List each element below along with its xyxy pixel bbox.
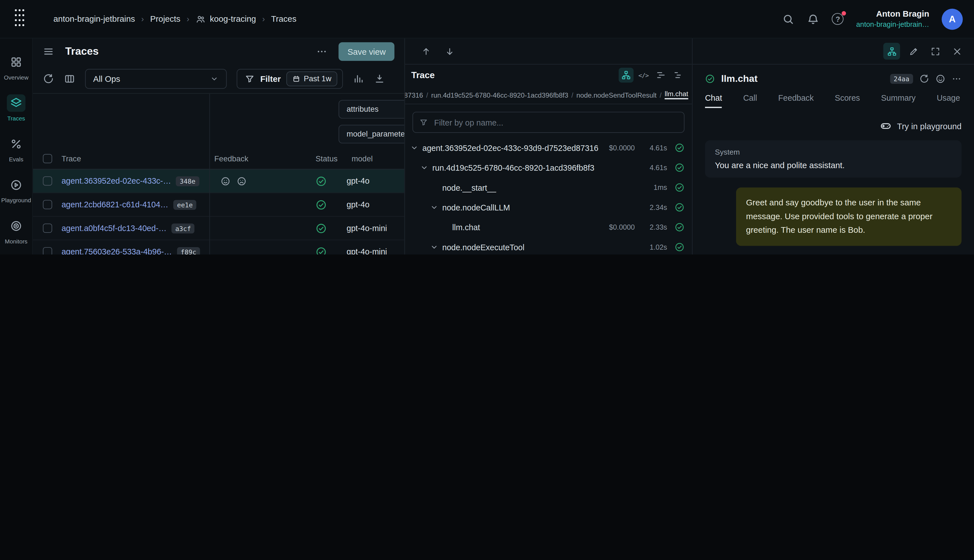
pencil-icon [909,46,918,56]
row-checkbox[interactable] [43,223,52,233]
sidebar-item-playground[interactable]: Playground [0,176,32,217]
close-panel-button[interactable] [949,43,965,60]
user-name: Anton Bragin [856,9,929,20]
side-panel-button[interactable] [883,43,900,60]
ops-filter-select[interactable]: All Ops [85,69,227,88]
next-span-button[interactable] [445,46,455,56]
sidebar-item-label: Playground [1,197,31,204]
prev-span-button[interactable] [421,46,431,56]
row-checkbox[interactable] [43,176,52,186]
span-tree: agent.363952ed-02ec-433c-93d9-d7523ed873… [405,138,692,255]
tab-chat[interactable]: Chat [705,93,722,108]
span-row[interactable]: node.nodeCallLLM 2.34s [405,197,692,217]
column-header-status[interactable]: Status [310,154,347,163]
more-options-button[interactable] [316,46,328,57]
search-button[interactable] [782,13,795,25]
chevron-down-icon[interactable] [420,163,429,172]
row-checkbox[interactable] [43,200,52,209]
app-logo[interactable] [11,7,30,31]
path-segment[interactable]: agent.363952ed-02ec-433c-93d9-d7523ed873… [405,91,423,98]
column-header-trace[interactable]: Trace [57,154,209,163]
breadcrumb-project[interactable]: koog-tracing [195,14,256,24]
path-separator: / [660,91,662,98]
chevron-down-icon[interactable] [410,143,419,152]
trace-link[interactable]: agent.363952ed-02ec-433c-… [62,176,171,186]
row-checkbox[interactable] [43,247,52,255]
table-row[interactable]: agent.75603e26-533a-4b96-… f89c gpt-4o-m… [33,240,404,255]
columns-button[interactable] [64,73,75,85]
chat-content: Try in playground System You are a nice … [693,112,974,255]
timeline-view-button[interactable] [671,68,686,83]
breadcrumb-projects[interactable]: Projects [150,14,180,24]
breadcrumb-traces[interactable]: Traces [271,14,297,24]
span-row[interactable]: run.4d19c525-6780-46cc-8920-1acd396fb8f3… [405,158,692,177]
filter-button[interactable]: Filter Past 1w [237,69,343,88]
feedback-button[interactable] [935,74,945,84]
refresh-button[interactable] [43,73,54,85]
smiley-icon [935,74,945,84]
status-success-icon [315,199,327,210]
trace-id-badge: f89c [177,247,200,255]
user-menu[interactable]: Anton Bragin anton-bragin-jetbrain… [856,9,929,29]
chart-view-button[interactable] [353,73,364,85]
span-label: agent.363952ed-02ec-433c-93d9-d7523ed873… [422,143,599,152]
table-row[interactable]: agent.363952ed-02ec-433c-… 348e gpt-4o [33,170,404,193]
code-view-button[interactable]: </> [636,68,651,83]
tab-feedback[interactable]: Feedback [778,93,814,107]
span-row[interactable]: node.__start__ 1ms [405,177,692,197]
span-status-icon [705,74,715,84]
tab-call[interactable]: Call [743,93,757,107]
panel-layout-icon [887,46,897,56]
path-segment-current[interactable]: llm.chat [665,90,688,99]
tree-view-button[interactable] [619,68,634,83]
span-more-button[interactable] [952,74,962,84]
breadcrumb-org[interactable]: anton-bragin-jetbrains [53,14,135,24]
waterfall-view-button[interactable] [654,68,668,83]
breadcrumb: anton-bragin-jetbrains › Projects › koog… [53,14,296,24]
sidebar-item-monitors[interactable]: Monitors [0,217,32,255]
span-row[interactable]: node.nodeExecuteTool 1.02s [405,237,692,255]
path-segment[interactable]: run.4d19c525-6780-46cc-8920-1acd396fb8f3 [431,91,569,98]
fullscreen-button[interactable] [927,43,944,60]
span-row[interactable]: agent.363952ed-02ec-433c-93d9-d7523ed873… [405,138,692,158]
span-success-icon [675,183,684,192]
column-chip-attributes[interactable]: attributes [339,100,404,118]
app-root: anton-bragin-jetbrains › Projects › koog… [0,0,974,255]
column-chip-model-parameters[interactable]: model_parameters [339,125,404,143]
trace-link[interactable]: agent.75603e26-533a-4b96-… [62,247,172,255]
notifications-button[interactable] [807,13,820,25]
export-button[interactable] [374,73,385,85]
table-row[interactable]: agent.a0bf4c5f-dc13-40ed-… a3cf gpt-4o-m… [33,217,404,240]
time-range-chip[interactable]: Past 1w [287,72,338,86]
sidebar-item-evals[interactable]: Evals [0,135,32,176]
path-segment[interactable]: node.nodeSendToolResult [576,91,657,98]
column-divider [209,94,210,255]
chevron-down-icon[interactable] [430,243,439,252]
trace-link[interactable]: agent.2cbd6821-c61d-4104… [62,200,168,209]
span-row[interactable]: llm.chat $0.00002.33s [405,217,692,237]
tab-summary[interactable]: Summary [881,93,916,107]
sidebar-item-overview[interactable]: Overview [0,53,32,94]
select-all-checkbox[interactable] [43,154,52,163]
chevron-down-icon[interactable] [430,203,439,212]
tab-scores[interactable]: Scores [835,93,860,107]
edit-button[interactable] [905,43,922,60]
table-row[interactable]: agent.2cbd6821-c61d-4104… ee1e gpt-4o [33,193,404,217]
traces-table: attributes model_parameters Trace Feedba… [33,93,404,255]
column-header-feedback[interactable]: Feedback [209,154,311,163]
avatar[interactable]: A [942,8,963,30]
help-button[interactable]: ? [832,13,844,25]
breadcrumb-project-name[interactable]: koog-tracing [210,14,256,24]
column-header-model[interactable]: model [347,154,404,163]
smiley-feedback-icon[interactable] [220,176,230,186]
trace-link[interactable]: agent.a0bf4c5f-dc13-40ed-… [62,223,167,233]
panel-menu-button[interactable] [43,46,54,57]
try-in-playground-button[interactable]: Try in playground [705,115,962,140]
sidebar-item-traces[interactable]: Traces [0,95,32,135]
tab-usage[interactable]: Usage [937,93,960,107]
rerun-button[interactable] [919,74,929,84]
save-view-button[interactable]: Save view [339,42,394,61]
span-filter-input[interactable] [433,117,678,128]
frown-feedback-icon[interactable] [237,176,247,186]
ops-filter-value: All Ops [93,74,120,83]
